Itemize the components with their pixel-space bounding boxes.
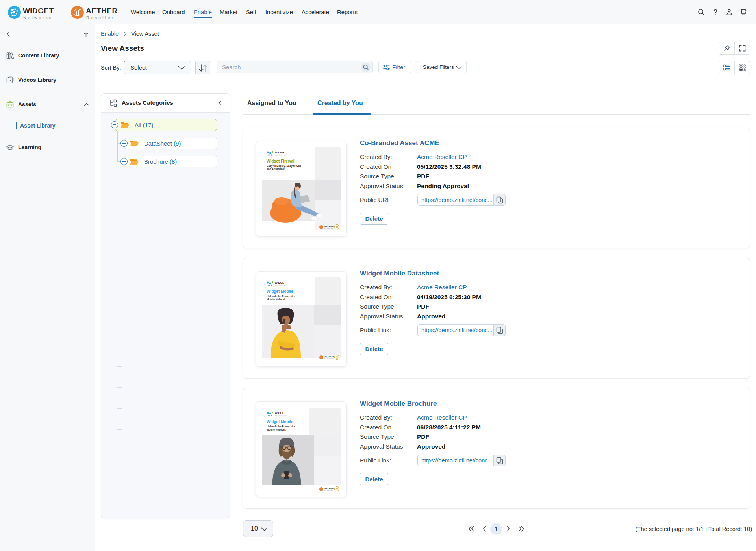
svg-text:and Affordable: and Affordable bbox=[267, 168, 285, 170]
svg-text:Mobile Network: Mobile Network bbox=[267, 428, 286, 431]
svg-text:Unleash the Power of a: Unleash the Power of a bbox=[267, 295, 295, 298]
svg-text:WIDGET: WIDGET bbox=[275, 412, 286, 414]
svg-text:Mobile Network: Mobile Network bbox=[267, 298, 286, 301]
svg-text:NETWORKS: NETWORKS bbox=[275, 415, 287, 417]
svg-text:NETWORKS: NETWORKS bbox=[275, 285, 287, 287]
svg-text:NETWORKS: NETWORKS bbox=[275, 155, 287, 156]
svg-text:WIDGET: WIDGET bbox=[275, 151, 286, 154]
svg-text:Unleash the Power of a: Unleash the Power of a bbox=[267, 425, 295, 428]
svg-text:Widget Firewall: Widget Firewall bbox=[267, 159, 295, 163]
svg-text:WIDGET: WIDGET bbox=[275, 281, 286, 284]
svg-text:Easy to Deploy, Easy to Use: Easy to Deploy, Easy to Use bbox=[267, 165, 301, 168]
svg-text:Widget Mobile: Widget Mobile bbox=[267, 289, 293, 294]
svg-text:Widget Mobile: Widget Mobile bbox=[267, 420, 293, 424]
